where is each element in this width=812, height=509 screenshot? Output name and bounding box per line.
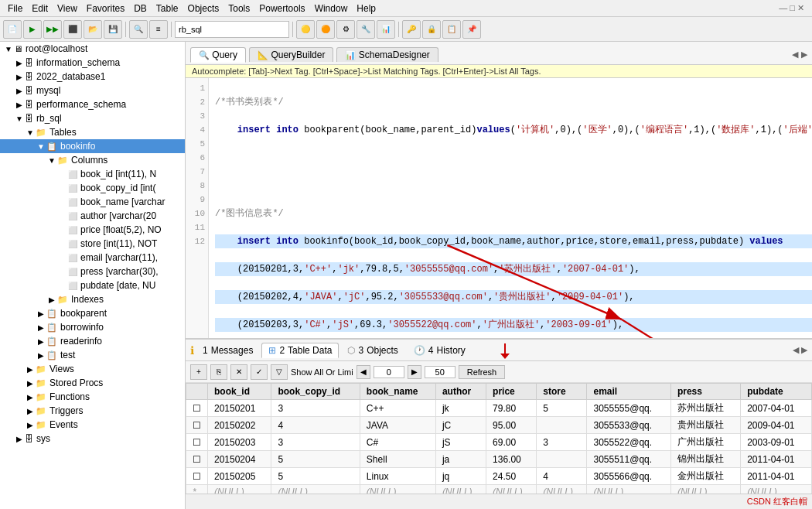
- table-row[interactable]: ☐201502045Shellja136.003055511@qq.锦州出版社2…: [186, 451, 812, 468]
- tree-item-indexes[interactable]: ▶ 📁 Indexes: [0, 292, 185, 306]
- menu-db[interactable]: DB: [129, 2, 152, 15]
- limit-input[interactable]: [425, 366, 455, 378]
- tree-item-triggers[interactable]: ▶ 📁 Triggers: [0, 404, 185, 418]
- cell-book_copy_id[interactable]: 4: [271, 417, 360, 434]
- table-row[interactable]: ☐201502033C#jS69.0033055522@qq.广州出版社2003…: [186, 434, 812, 451]
- menu-objects[interactable]: Objects: [183, 2, 224, 15]
- menu-window[interactable]: Window: [310, 2, 353, 15]
- tab-objects[interactable]: ⬡ 3 Objects: [340, 343, 404, 358]
- menu-favorites[interactable]: Favorites: [82, 2, 129, 15]
- tree-item-information-schema[interactable]: ▶ 🗄 information_schema: [0, 56, 185, 70]
- toolbar-btn-run-all[interactable]: ▶▶: [43, 20, 62, 39]
- toolbar-btn-a5[interactable]: 📊: [377, 20, 395, 39]
- cell-price[interactable]: 136.00: [486, 451, 537, 468]
- cell-pubdate[interactable]: 2003-09-01: [741, 434, 812, 451]
- cell-email[interactable]: (NULL): [587, 485, 670, 494]
- tree-item-views[interactable]: ▶ 📁 Views: [0, 362, 185, 376]
- table-row[interactable]: ☐201502013C++jk79.8053055555@qq.苏州出版社200…: [186, 400, 812, 417]
- toolbar-btn-a2[interactable]: 🟠: [316, 20, 335, 39]
- cell-email[interactable]: 3055522@qq.: [587, 434, 670, 451]
- cell-store[interactable]: [537, 417, 587, 434]
- col-header-book-id[interactable]: book_id: [208, 384, 271, 400]
- cell-press[interactable]: 锦州出版社: [670, 451, 740, 468]
- toolbar-btn-b1[interactable]: 🔑: [402, 20, 421, 39]
- tree-item-functions[interactable]: ▶ 📁 Functions: [0, 390, 185, 404]
- tab-schemadesigner[interactable]: 📊 SchemaDesigner: [336, 47, 438, 62]
- database-combo[interactable]: [175, 21, 289, 38]
- toolbar-btn-stop[interactable]: ⬛: [63, 20, 82, 39]
- cell-author[interactable]: jS: [435, 434, 486, 451]
- offset-prev-btn[interactable]: ◀: [357, 365, 370, 379]
- tree-item-stored-procs[interactable]: ▶ 📁 Stored Procs: [0, 376, 185, 390]
- cell-author[interactable]: jC: [435, 417, 486, 434]
- table-delete-btn[interactable]: ✕: [230, 364, 247, 380]
- tree-item-tables[interactable]: ▼ 📁 Tables: [0, 125, 185, 139]
- tree-item-2022-database1[interactable]: ▶ 🗄 2022_database1: [0, 70, 185, 84]
- expand-icon-root[interactable]: ▼: [3, 45, 14, 53]
- tree-item-readerinfo[interactable]: ▶ 📋 readerinfo: [0, 334, 185, 348]
- expand-icon[interactable]: ▶: [46, 295, 57, 304]
- toolbar-btn-format[interactable]: ≡: [149, 20, 168, 39]
- expand-icon[interactable]: ▼: [25, 128, 36, 137]
- cell-author[interactable]: jk: [435, 400, 486, 417]
- cell-book_id[interactable]: 20150205: [208, 468, 271, 485]
- table-save-btn[interactable]: ✓: [251, 364, 268, 380]
- cell-author[interactable]: (NULL): [435, 485, 486, 494]
- expand-icon[interactable]: ▶: [25, 407, 36, 415]
- table-row[interactable]: *(NULL)(NULL)(NULL)(NULL)(NULL)(NULL)(NU…: [186, 485, 812, 494]
- cell-price[interactable]: (NULL): [486, 485, 537, 494]
- cell-pubdate[interactable]: 2009-04-01: [741, 417, 812, 434]
- expand-icon[interactable]: ▶: [36, 337, 46, 346]
- cell-check[interactable]: *: [186, 485, 208, 494]
- cell-store[interactable]: [537, 451, 587, 468]
- offset-next-btn[interactable]: ▶: [408, 365, 421, 379]
- toolbar-btn-explain[interactable]: 🔍: [129, 20, 148, 39]
- cell-check[interactable]: ☐: [186, 468, 208, 485]
- tab-messages[interactable]: 1 Messages: [196, 343, 260, 358]
- cell-pubdate[interactable]: 2007-04-01: [741, 400, 812, 417]
- menu-view[interactable]: View: [53, 2, 82, 15]
- expand-icon[interactable]: ▶: [25, 379, 36, 388]
- refresh-button[interactable]: Refresh: [459, 365, 506, 379]
- cell-email[interactable]: 3055511@qq.: [587, 451, 670, 468]
- menu-tools[interactable]: Tools: [223, 2, 254, 15]
- cell-price[interactable]: 69.00: [486, 434, 537, 451]
- tree-item-events[interactable]: ▶ 📁 Events: [0, 418, 185, 432]
- tree-item-bookparent[interactable]: ▶ 📋 bookparent: [0, 306, 185, 320]
- cell-price[interactable]: 95.00: [486, 417, 537, 434]
- cell-store[interactable]: (NULL): [537, 485, 587, 494]
- col-header-author[interactable]: author: [435, 384, 486, 400]
- toolbar-btn-a3[interactable]: ⚙: [336, 20, 355, 39]
- tree-item-borrowinfo[interactable]: ▶ 📋 borrowinfo: [0, 320, 185, 334]
- col-header-store[interactable]: store: [537, 384, 587, 400]
- cell-book_id[interactable]: 20150202: [208, 417, 271, 434]
- cell-store[interactable]: 3: [537, 434, 587, 451]
- tree-item-col-price[interactable]: ⬜ price [float(5,2), NO: [0, 223, 185, 237]
- cell-book_name[interactable]: JAVA: [360, 417, 435, 434]
- tree-item-col-press[interactable]: ⬜ press [varchar(30),: [0, 265, 185, 278]
- cell-press[interactable]: 苏州出版社: [670, 400, 740, 417]
- expand-icon[interactable]: ▼: [36, 142, 46, 151]
- cell-pubdate[interactable]: (NULL): [741, 485, 812, 494]
- table-copy-btn[interactable]: ⎘: [210, 364, 227, 380]
- col-header-email[interactable]: email: [587, 384, 670, 400]
- next-tab-btn[interactable]: ▶: [801, 50, 807, 60]
- toolbar-btn-b3[interactable]: 📋: [442, 20, 461, 39]
- expand-icon[interactable]: ▶: [14, 435, 25, 443]
- cell-author[interactable]: ja: [435, 451, 486, 468]
- tree-item-col-store[interactable]: ⬜ store [int(11), NOT: [0, 237, 185, 251]
- table-add-btn[interactable]: +: [190, 364, 207, 380]
- cell-price[interactable]: 79.80: [486, 400, 537, 417]
- cell-store[interactable]: 5: [537, 400, 587, 417]
- toolbar-btn-b4[interactable]: 📌: [462, 20, 481, 39]
- col-header-press[interactable]: press: [670, 384, 740, 400]
- cell-press[interactable]: 广州出版社: [670, 434, 740, 451]
- cell-check[interactable]: ☐: [186, 417, 208, 434]
- tab-querybuilder[interactable]: 📐 QueryBuilder: [249, 47, 333, 62]
- expand-icon[interactable]: ▶: [14, 87, 25, 95]
- toolbar-btn-open[interactable]: 📂: [84, 20, 102, 39]
- menu-help[interactable]: Help: [352, 2, 380, 15]
- table-row[interactable]: ☐201502024JAVAjC95.003055533@qq.贵州出版社200…: [186, 417, 812, 434]
- tree-item-columns[interactable]: ▼ 📁 Columns: [0, 153, 185, 167]
- cell-store[interactable]: 4: [537, 468, 587, 485]
